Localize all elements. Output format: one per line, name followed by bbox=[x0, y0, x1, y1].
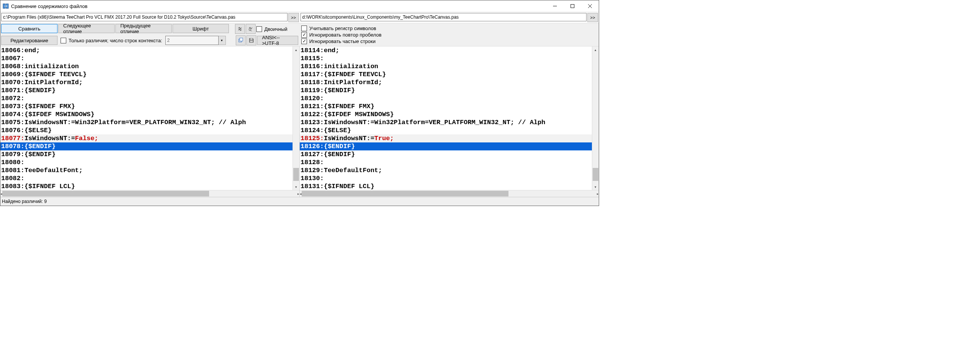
encoding-button[interactable]: ANSI<-->UTF-8 bbox=[257, 36, 298, 45]
title-bar: Сравнение содержимого файлов bbox=[0, 0, 599, 12]
editing-button[interactable]: Редактирование bbox=[1, 36, 58, 45]
code-line[interactable]: 18083: {$IFNDEF LCL} bbox=[0, 182, 293, 190]
code-line[interactable]: 18124: {$ELSE} bbox=[300, 126, 592, 134]
save-icon-button[interactable] bbox=[246, 35, 256, 45]
search-icon-button[interactable] bbox=[235, 24, 245, 34]
code-line[interactable]: 18116:initialization bbox=[300, 62, 592, 70]
code-line[interactable]: 18082: bbox=[0, 174, 293, 182]
left-pane: 18066:end;18067:18068:initialization1806… bbox=[0, 46, 300, 197]
code-line[interactable]: 18070: InitPlatformId; bbox=[0, 78, 293, 86]
next-diff-button[interactable]: Следующее отличие bbox=[58, 24, 115, 33]
case-sensitive-label: Учитывать регистр символов bbox=[309, 26, 376, 31]
right-pane: 18114:end;18115:18116:initialization1811… bbox=[300, 46, 599, 197]
code-line[interactable]: 18071: {$ENDIF} bbox=[0, 86, 293, 94]
code-line[interactable]: 18069: {$IFNDEF TEEVCL} bbox=[0, 70, 293, 78]
code-line[interactable]: 18120: bbox=[300, 94, 592, 102]
svg-point-3 bbox=[239, 28, 241, 30]
svg-rect-7 bbox=[250, 41, 253, 42]
status-text: Найдено различий: 9 bbox=[2, 199, 47, 204]
chevron-down-icon[interactable]: ▾ bbox=[219, 36, 226, 45]
case-sensitive-checkbox[interactable]: Учитывать регистр символов bbox=[301, 26, 382, 31]
code-line[interactable]: 18081: TeeDefaultFont; bbox=[0, 166, 293, 174]
binary-label: Двоичный bbox=[264, 26, 288, 32]
scroll-right-icon[interactable]: ▸ bbox=[597, 190, 599, 197]
code-line[interactable]: 18079: {$ENDIF} bbox=[0, 150, 293, 158]
font-button[interactable]: Шрифт bbox=[173, 24, 229, 33]
right-path-browse-button[interactable]: >> bbox=[587, 13, 598, 22]
code-line[interactable]: 18121: {$IFNDEF FMX} bbox=[300, 102, 592, 110]
code-line[interactable]: 18123: IsWindowsNT:=Win32Platform=VER_PL… bbox=[300, 118, 592, 126]
left-path-input[interactable] bbox=[1, 13, 288, 21]
code-line[interactable]: 18075: IsWindowsNT:=Win32Platform=VER_PL… bbox=[0, 118, 293, 126]
svg-rect-8 bbox=[250, 38, 252, 40]
code-line[interactable]: 18074: {$IFDEF MSWINDOWS} bbox=[0, 110, 293, 118]
app-icon bbox=[3, 3, 9, 9]
right-horizontal-scrollbar[interactable]: ◂ ▸ bbox=[300, 190, 599, 197]
scroll-up-icon[interactable]: ▴ bbox=[293, 46, 299, 53]
only-diffs-label: Только различия; число строк контекста: bbox=[69, 38, 162, 43]
code-line[interactable]: 18077: IsWindowsNT:=False; bbox=[0, 134, 293, 142]
code-line[interactable]: 18115: bbox=[300, 54, 592, 62]
code-line[interactable]: 18122: {$IFDEF MSWINDOWS} bbox=[300, 110, 592, 118]
code-line[interactable]: 18067: bbox=[0, 54, 293, 62]
context-lines-combo[interactable]: 2 ▾ bbox=[165, 36, 226, 45]
only-diffs-checkbox[interactable]: Только различия; число строк контекста: bbox=[61, 38, 162, 43]
ignore-lines-label: Игнорировать частые строки bbox=[309, 38, 376, 44]
code-line[interactable]: 18117: {$IFNDEF TEEVCL} bbox=[300, 70, 592, 78]
code-line[interactable]: 18125: IsWindowsNT:=True; bbox=[300, 134, 592, 142]
left-code-area[interactable]: 18066:end;18067:18068:initialization1806… bbox=[0, 46, 293, 190]
code-line[interactable]: 18066:end; bbox=[0, 46, 293, 54]
ignore-lines-checkbox[interactable]: Игнорировать частые строки bbox=[301, 38, 382, 44]
left-vertical-scrollbar[interactable]: ▴ ▾ bbox=[293, 46, 299, 190]
code-line[interactable]: 18068:initialization bbox=[0, 62, 293, 70]
scroll-down-icon[interactable]: ▾ bbox=[592, 184, 599, 190]
window-title: Сравнение содержимого файлов bbox=[11, 3, 546, 9]
svg-rect-6 bbox=[240, 38, 243, 41]
binary-checkbox[interactable]: Двоичный bbox=[256, 24, 288, 34]
prev-diff-button[interactable]: Предыдущее отличие bbox=[115, 24, 172, 33]
code-line[interactable]: 18073: {$IFNDEF FMX} bbox=[0, 102, 293, 110]
maximize-button[interactable] bbox=[564, 0, 581, 12]
code-line[interactable]: 18131: {$IFNDEF LCL} bbox=[300, 182, 592, 190]
left-path-browse-button[interactable]: >> bbox=[288, 13, 299, 22]
svg-rect-2 bbox=[571, 5, 574, 8]
scroll-up-icon[interactable]: ▴ bbox=[592, 46, 599, 53]
code-line[interactable]: 18080: bbox=[0, 158, 293, 166]
scroll-right-icon[interactable]: ▸ bbox=[297, 190, 299, 197]
code-line[interactable]: 18076: {$ELSE} bbox=[0, 126, 293, 134]
ignore-spaces-label: Игнорировать повтор пробелов bbox=[309, 32, 382, 38]
search-next-icon-button[interactable] bbox=[246, 24, 256, 34]
code-line[interactable]: 18128: bbox=[300, 158, 592, 166]
ignore-spaces-checkbox[interactable]: Игнорировать повтор пробелов bbox=[301, 32, 382, 38]
right-code-area[interactable]: 18114:end;18115:18116:initialization1811… bbox=[300, 46, 592, 190]
right-path-input[interactable] bbox=[301, 13, 587, 21]
code-line[interactable]: 18078: {$ENDIF} bbox=[0, 142, 293, 150]
code-line[interactable]: 18114:end; bbox=[300, 46, 592, 54]
code-line[interactable]: 18119: {$ENDIF} bbox=[300, 86, 592, 94]
code-line[interactable]: 18072: bbox=[0, 94, 293, 102]
compare-button[interactable]: Сравнить bbox=[1, 24, 58, 33]
left-horizontal-scrollbar[interactable]: ◂ ▸ bbox=[0, 190, 299, 197]
code-line[interactable]: 18130: bbox=[300, 174, 592, 182]
scroll-down-icon[interactable]: ▾ bbox=[293, 184, 299, 190]
copy-icon-button[interactable] bbox=[236, 35, 246, 45]
code-line[interactable]: 18129: TeeDefaultFont; bbox=[300, 166, 592, 174]
code-line[interactable]: 18118: InitPlatformId; bbox=[300, 78, 592, 86]
minimize-button[interactable] bbox=[546, 0, 564, 12]
context-lines-value: 2 bbox=[165, 36, 219, 45]
right-vertical-scrollbar[interactable]: ▴ ▾ bbox=[592, 46, 599, 190]
code-line[interactable]: 18126: {$ENDIF} bbox=[300, 142, 592, 150]
close-button[interactable] bbox=[581, 0, 599, 12]
status-bar: Найдено различий: 9 bbox=[0, 197, 599, 206]
code-line[interactable]: 18127: {$ENDIF} bbox=[300, 150, 592, 158]
app-window: Сравнение содержимого файлов >> >> Сравн… bbox=[0, 0, 599, 206]
